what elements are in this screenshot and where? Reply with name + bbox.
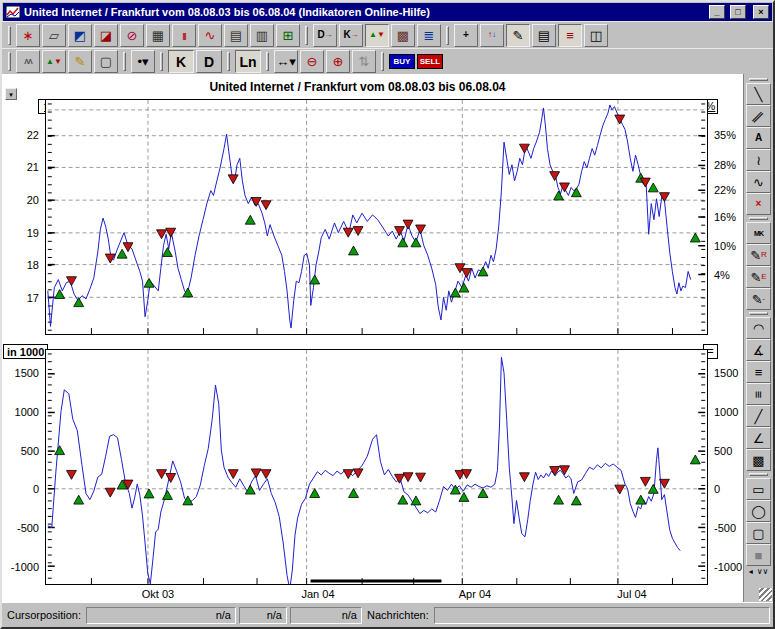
toolbar-grip[interactable] [305, 26, 308, 45]
chart-matrix-button[interactable]: ▩ [391, 24, 415, 47]
resize-grip[interactable] [759, 588, 772, 601]
signal-markers2-button[interactable]: ▲▼ [42, 50, 66, 73]
export-d-button[interactable]: D→ [313, 24, 337, 47]
h-range-dropdown[interactable]: ↔▾ [274, 50, 298, 73]
hide-indicator-button[interactable]: ⊘ [120, 24, 144, 47]
line-width-dropdown[interactable]: •▾ [131, 50, 155, 73]
sell-marker [550, 172, 560, 181]
histogram-button[interactable]: ||| [172, 24, 196, 47]
crosshair-button[interactable]: + [454, 24, 478, 47]
maximize-button[interactable]: □ [730, 5, 746, 19]
legend-list-button[interactable]: ≡ [558, 24, 582, 47]
sell-marker [67, 470, 77, 479]
trendline-tool[interactable]: ╱ [746, 405, 771, 427]
move-blocks-button[interactable]: ◪ [94, 24, 118, 47]
toolbar-grip[interactable] [227, 52, 230, 71]
line-chart-button[interactable]: ∿ [198, 24, 222, 47]
toolbar-grip[interactable] [749, 217, 768, 220]
delete-drawing-tool[interactable]: × [746, 193, 771, 215]
ellipse-tool[interactable]: ◯ [746, 500, 771, 522]
parallel-lines-tool[interactable]: ∥ [746, 105, 771, 127]
properties-button[interactable]: ▢ [94, 50, 118, 73]
buy-marker [162, 491, 172, 500]
trend-mk-tool[interactable]: MK [746, 222, 771, 244]
marker-pen-button[interactable]: ✎ [68, 50, 92, 73]
toolbar-grip[interactable] [8, 26, 11, 45]
scale-blocks-button[interactable]: ◩ [68, 24, 92, 47]
add-chart-button[interactable]: ⊞ [276, 24, 300, 47]
scale-shift-button[interactable]: ↑↓ [480, 24, 504, 47]
log-scale-button[interactable]: Ln [235, 50, 261, 73]
vpt-chart-y-left-label: 1000 [4, 406, 39, 418]
buy-marker [310, 489, 320, 498]
buy-marker [648, 484, 658, 493]
signal-markers-button[interactable]: ▲▼ [365, 24, 389, 47]
toolbar-grip[interactable] [160, 52, 163, 71]
toolbar-grip[interactable] [446, 26, 449, 45]
vpt-chart-y-right-label: 500 [714, 445, 742, 457]
note-page-button[interactable]: ▤ [532, 24, 556, 47]
vpt-chart-y-right-label: 0 [714, 483, 742, 495]
detail-d-button[interactable]: D [196, 50, 222, 73]
toolbar-grip[interactable] [749, 78, 768, 81]
prev-tools-icon[interactable]: ◂ [749, 568, 753, 576]
sell-button[interactable]: SELL [417, 54, 443, 69]
quote-board-button[interactable]: ▦ [146, 24, 170, 47]
zigzag-button[interactable]: ΛΛ [16, 50, 40, 73]
price-chart-y-left-label: 19 [4, 227, 39, 239]
vpt-chart-canvas[interactable] [45, 349, 708, 585]
study-r-tool[interactable]: ✎R [746, 244, 771, 266]
vertical-lines-tool[interactable]: ≡ [746, 383, 771, 405]
freehand-tool[interactable]: ≀ [746, 149, 771, 171]
report-button[interactable]: ▤ [224, 24, 248, 47]
status-bar: Cursorposition: n/a n/a n/a Nachrichten: [2, 602, 773, 627]
title-bar[interactable]: United Internet / Frankfurt vom 08.08.03… [3, 3, 772, 21]
toolbar-main: ∗▱◩◪⊘▦|||∿▤▥⊞D→K→▲▼▩≣+↑↓✎▤≡◫ [2, 21, 773, 48]
toolbar-grip[interactable] [381, 52, 384, 71]
new-chart-button[interactable]: ∗ [16, 24, 40, 47]
price-chart-y-left-label: 22 [4, 129, 39, 141]
buy-marker [398, 238, 408, 247]
study-e-tool[interactable]: ✎E [746, 266, 771, 288]
horizontal-lines-tool[interactable]: ≡ [746, 361, 771, 383]
vpt-chart-y-right-label: 1500 [714, 367, 742, 379]
notes-button[interactable]: ▥ [250, 24, 274, 47]
export-k-button[interactable]: K→ [339, 24, 363, 47]
toolbar-grip[interactable] [749, 312, 768, 315]
zoom-in-button[interactable]: ⊕ [326, 50, 350, 73]
vpt-chart-y-left-label: -500 [4, 522, 39, 534]
toolbar-grip[interactable] [266, 52, 269, 71]
rectangle-tool[interactable]: ▭ [746, 478, 771, 500]
candle-k-button[interactable]: K [168, 50, 194, 73]
close-button[interactable]: × [753, 5, 769, 19]
curve-tool[interactable]: ∿ [746, 171, 771, 193]
filled-rectangle-tool[interactable]: ■ [746, 544, 771, 566]
price-chart-canvas[interactable] [45, 99, 708, 335]
minimize-button[interactable]: _ [709, 5, 725, 19]
copy-chart-button[interactable]: ▱ [42, 24, 66, 47]
gann-grid-tool[interactable]: ▩ [746, 449, 771, 471]
rounded-rectangle-tool[interactable]: ▢ [746, 522, 771, 544]
sell-marker [353, 227, 363, 236]
buy-marker [310, 275, 320, 284]
cursor-x-field: n/a [86, 607, 236, 624]
zoom-out-button[interactable]: ⊖ [300, 50, 324, 73]
buy-button[interactable]: BUY [389, 54, 415, 69]
study-minus-tool[interactable]: ✎- [746, 288, 771, 310]
indicator-list-button[interactable]: ≣ [417, 24, 441, 47]
toolbar-grip[interactable] [123, 52, 126, 71]
toolbar-grip[interactable] [8, 52, 11, 71]
fan-lines-tool[interactable]: ∡ [746, 339, 771, 361]
vpt-chart-y-right-label: -1000 [714, 561, 742, 573]
sell-marker [157, 470, 167, 479]
draw-pencil-button[interactable]: ✎ [506, 24, 530, 47]
text-tool[interactable]: A [746, 127, 771, 149]
more-tools-icon[interactable]: ∨∨ [757, 568, 769, 576]
fibonacci-arcs-tool[interactable]: ◠ [746, 317, 771, 339]
buy-marker [411, 238, 421, 247]
sell-marker [403, 473, 413, 482]
speed-lines-tool[interactable]: ∠ [746, 427, 771, 449]
layout-button[interactable]: ◫ [584, 24, 608, 47]
toolbar-grip[interactable] [749, 473, 768, 476]
line-tool[interactable]: ╲ [746, 83, 771, 105]
